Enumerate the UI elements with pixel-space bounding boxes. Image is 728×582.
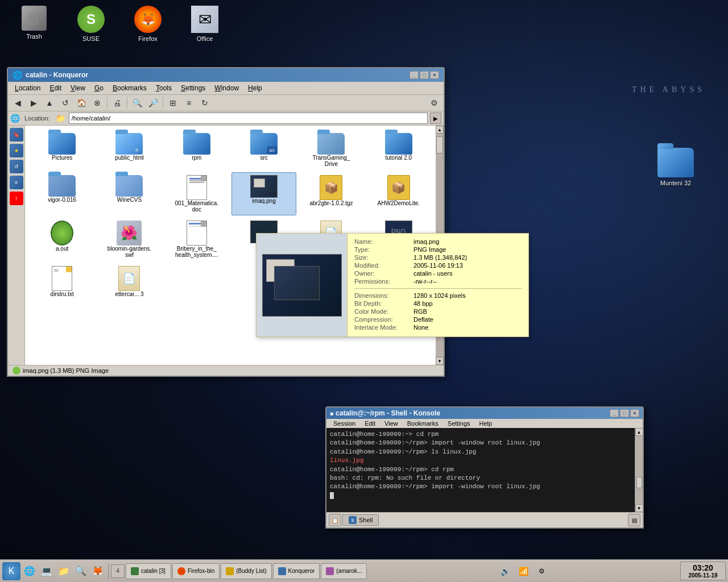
up-button[interactable]: ▲	[42, 96, 57, 110]
menu-window[interactable]: Window	[210, 83, 243, 93]
menu-tools[interactable]: Tools	[151, 83, 176, 93]
shell-tab[interactable]: $ Shell	[342, 514, 379, 526]
file-item-rpm[interactable]: rpm	[164, 130, 229, 170]
location-go-button[interactable]: ▶	[430, 113, 441, 124]
taskbar-icon-3[interactable]: 📁	[56, 563, 72, 579]
tray-icon-1[interactable]: 🔊	[498, 563, 514, 579]
menu-settings[interactable]: Settings	[176, 83, 210, 93]
konsole-scroll-thumb[interactable]	[636, 477, 642, 488]
maximize-button[interactable]: □	[420, 71, 429, 79]
konsole-controls: _ □ ×	[610, 409, 639, 417]
task-icon-konqueror	[278, 567, 286, 575]
konsole-close-button[interactable]: ×	[630, 409, 639, 417]
file-item-matematica[interactable]: 001_Matematica. doc	[164, 172, 229, 215]
taskbar-icon-2[interactable]: 💻	[39, 563, 55, 579]
file-item-ettercar[interactable]: 📄 ettercar... 3	[97, 263, 162, 300]
file-item-dirstru[interactable]: txt dirstru.txt	[30, 263, 94, 300]
scroll-thumb[interactable]	[436, 136, 443, 153]
back-button[interactable]: ◀	[10, 96, 25, 110]
file-item-aout[interactable]: a.out	[30, 218, 94, 261]
menu-bookmarks[interactable]: Bookmarks	[108, 83, 151, 93]
konsole-menu-help[interactable]: Help	[475, 419, 497, 427]
print-button[interactable]: 🖨	[110, 96, 125, 110]
konsole-terminal[interactable]: catalin@home-199009:~> cd rpm catalin@ho…	[326, 428, 635, 512]
konqueror-titlebar[interactable]: 🌐 catalin - Konqueror _ □ ×	[8, 68, 444, 82]
taskbar-icon-1[interactable]: 🌐	[22, 563, 38, 579]
desktop-icon-office[interactable]: ✉ Office	[182, 6, 228, 42]
forward-button[interactable]: ▶	[26, 96, 41, 110]
konsole-menu-edit[interactable]: Edit	[360, 419, 380, 427]
file-label-imaq: imaq.png	[253, 198, 276, 204]
notification-badge[interactable]: 4	[111, 564, 125, 578]
zoom-in-button[interactable]: 🔍	[130, 96, 144, 110]
file-item-winecvs[interactable]: WineCVS	[97, 172, 162, 215]
konsole-maximize-button[interactable]: □	[620, 409, 629, 417]
konsole-menu-session[interactable]: Session	[329, 419, 360, 427]
file-item-bloomin[interactable]: 🌺 bloomin-gardens. swf	[97, 218, 162, 261]
tray-icon-3[interactable]: ⚙	[534, 563, 550, 579]
tray-icon-2[interactable]: 📶	[516, 563, 532, 579]
desktop-icon-munteni[interactable]: Munteni 32	[657, 148, 694, 186]
file-item-bribery[interactable]: Bribery_in_the_ health_system....	[164, 218, 229, 261]
new-tab-button[interactable]: 📋	[329, 514, 341, 526]
taskbar-task-konqueror[interactable]: Konqueror	[273, 563, 320, 579]
reload2-button[interactable]: ↻	[197, 96, 212, 110]
konsole-menu-view[interactable]: View	[380, 419, 403, 427]
scroll-down-button[interactable]: ▼	[436, 357, 444, 365]
sidebar-btn-3[interactable]: ↺	[10, 160, 23, 173]
location-input[interactable]	[69, 113, 428, 124]
konsole-scroll-up[interactable]: ▲	[635, 428, 643, 436]
menu-edit[interactable]: Edit	[45, 83, 66, 93]
tooltip-info: Name: imaq.png Type: PNG Image Size: 1.3…	[348, 234, 528, 336]
tooltip-modified-val: 2005-11-06 19:13	[413, 262, 463, 269]
konsole-minimize-button[interactable]: _	[610, 409, 619, 417]
sidebar-btn-2[interactable]: ★	[10, 144, 23, 157]
stop-button[interactable]: ⊗	[90, 96, 105, 110]
konsole-menu-bookmarks[interactable]: Bookmarks	[403, 419, 443, 427]
suse-label: SUSE	[82, 35, 100, 42]
reload-button[interactable]: ↺	[58, 96, 73, 110]
taskbar-task-catalin[interactable]: catalin [3]	[126, 563, 171, 579]
file-item-vigor[interactable]: vigor-0.016	[30, 172, 94, 215]
minimize-button[interactable]: _	[410, 71, 419, 79]
scroll-up-button[interactable]: ▲	[436, 126, 444, 134]
konsole-menu-settings[interactable]: Settings	[443, 419, 475, 427]
file-label-vigor: vigor-0.016	[48, 197, 76, 203]
start-button[interactable]: K	[2, 562, 20, 580]
desktop-icon-suse[interactable]: S SUSE	[68, 6, 114, 42]
taskbar-icon-5[interactable]: 🦊	[90, 563, 106, 579]
sidebar-btn-5[interactable]: !	[10, 192, 23, 205]
file-item-ahw2demo[interactable]: 📦 AHW2DemoLite.	[366, 172, 431, 215]
desktop-icon-trash[interactable]: 🗑 Trash	[11, 6, 57, 42]
menu-view[interactable]: View	[66, 83, 90, 93]
taskbar-task-buddy[interactable]: (Buddy List)	[221, 563, 271, 579]
file-item-src[interactable]: src src	[231, 130, 296, 170]
taskbar-icon-4[interactable]: 🔍	[73, 563, 89, 579]
file-item-tutorial[interactable]: tutorial 2.0	[366, 130, 431, 170]
sidebar-btn-4[interactable]: ≡	[10, 176, 23, 189]
desktop-icon-firefox[interactable]: 🦊 Firefox	[125, 6, 171, 42]
file-item-imaq[interactable]: imaq.png	[231, 172, 296, 215]
file-item-public-html[interactable]: 🔍 public_html	[97, 130, 162, 170]
detail-view-button[interactable]: ≡	[181, 96, 196, 110]
taskbar-task-firefox[interactable]: Firefox-bin	[172, 563, 220, 579]
close-button[interactable]: ×	[430, 71, 439, 79]
icon-view-button[interactable]: ⊞	[166, 96, 180, 110]
konsole-menu-button[interactable]: ▤	[628, 514, 640, 526]
tooltip-colormode-val: RGB	[413, 308, 427, 315]
konsole-scroll-down[interactable]: ▼	[635, 504, 643, 512]
zoom-out-button[interactable]: 🔎	[146, 96, 160, 110]
menu-location[interactable]: Location	[10, 83, 45, 93]
konsole-titlebar[interactable]: ■ catalin@:~/rpm - Shell - Konsole _ □ ×	[326, 408, 643, 419]
home-button[interactable]: 🏠	[74, 96, 89, 110]
file-item-abr2gbr[interactable]: 📦 abr2gbr-1.0.2.tgz	[299, 172, 363, 215]
sidebar-btn-1[interactable]: 🔖	[10, 128, 23, 142]
tooltip-owner-val: catalin - users	[413, 270, 452, 277]
taskbar-task-amarok[interactable]: (amarok...	[321, 563, 367, 579]
settings-button[interactable]: ⚙	[427, 96, 441, 110]
clock[interactable]: 03:20 2005-11-19	[680, 562, 726, 580]
menu-go[interactable]: Go	[90, 83, 108, 93]
file-item-transgaming[interactable]: ~ TransGaming_ Drive	[299, 130, 363, 170]
file-item-pictures[interactable]: Pictures	[30, 130, 94, 170]
menu-help[interactable]: Help	[243, 83, 267, 93]
